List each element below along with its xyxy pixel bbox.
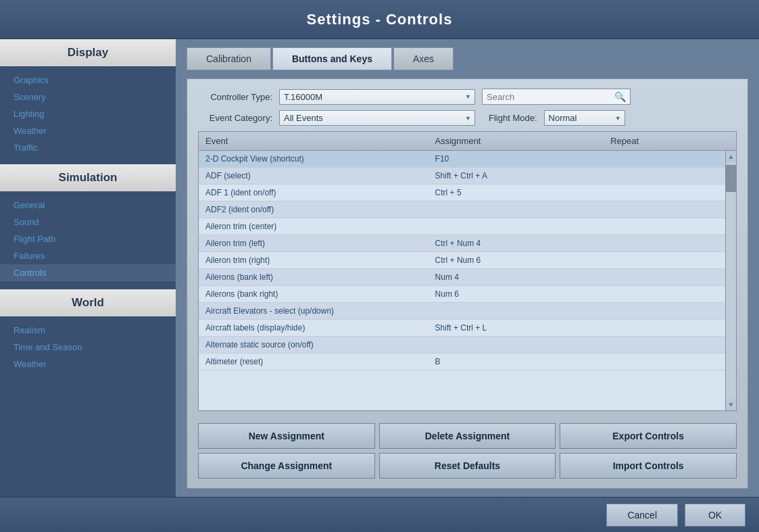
tab-buttons-and-keys[interactable]: Buttons and Keys bbox=[272, 47, 392, 70]
cell-repeat bbox=[604, 218, 725, 235]
sidebar-items-simulation: General Sound Flight Path Failures Contr… bbox=[0, 194, 176, 289]
sidebar-item-time-and-season[interactable]: Time and Season bbox=[0, 339, 176, 356]
settings-panel: Controller Type: T.16000M Keyboard Xbox … bbox=[187, 78, 748, 489]
cell-event: Alternate static source (on/off) bbox=[199, 337, 429, 353]
event-category-row: Event Category: All Events Camera Engine… bbox=[198, 110, 737, 126]
sidebar-item-flight-path[interactable]: Flight Path bbox=[0, 231, 176, 247]
sidebar: Display Graphics Scenery Lighting Weathe… bbox=[0, 39, 176, 497]
table-row[interactable]: ADF (select) Shift + Ctrl + A bbox=[199, 168, 725, 185]
cell-assignment bbox=[429, 303, 604, 319]
search-input[interactable] bbox=[487, 92, 614, 102]
event-category-select[interactable]: All Events Camera Engine bbox=[279, 110, 475, 126]
table-scrollbar[interactable]: ▲ ▼ bbox=[725, 151, 736, 410]
controller-type-select[interactable]: T.16000M Keyboard Xbox Controller bbox=[279, 89, 475, 105]
table-row[interactable]: ADF 1 (ident on/off) Ctrl + 5 bbox=[199, 185, 725, 201]
sidebar-item-weather-world[interactable]: Weather bbox=[0, 356, 176, 372]
cell-assignment: F10 bbox=[429, 151, 604, 167]
cell-event: Aircraft labels (display/hide) bbox=[199, 320, 429, 336]
table-row[interactable]: 2-D Cockpit View (shortcut) F10 bbox=[199, 151, 725, 168]
cell-event: 2-D Cockpit View (shortcut) bbox=[199, 151, 429, 167]
cell-repeat bbox=[604, 252, 725, 268]
cell-repeat bbox=[604, 354, 725, 370]
delete-assignment-button[interactable]: Delete Assignment bbox=[379, 423, 556, 449]
scroll-thumb[interactable] bbox=[726, 165, 736, 192]
import-controls-button[interactable]: Import Controls bbox=[560, 453, 737, 479]
tab-bar: Calibration Buttons and Keys Axes bbox=[187, 47, 748, 70]
cell-assignment: Ctrl + 5 bbox=[429, 185, 604, 201]
sidebar-item-graphics[interactable]: Graphics bbox=[0, 72, 176, 89]
table-row[interactable]: Ailerons (bank right) Num 6 bbox=[199, 286, 725, 303]
cell-assignment: Ctrl + Num 6 bbox=[429, 252, 604, 268]
sidebar-section-display: Display Graphics Scenery Lighting Weathe… bbox=[0, 39, 176, 164]
table-row[interactable]: Aircraft labels (display/hide) Shift + C… bbox=[199, 320, 725, 337]
scroll-header-spacer bbox=[725, 132, 736, 150]
table-row[interactable]: Aileron trim (left) Ctrl + Num 4 bbox=[199, 235, 725, 252]
ok-button[interactable]: OK bbox=[685, 504, 745, 527]
search-box[interactable]: 🔍 bbox=[482, 89, 631, 105]
scroll-down-arrow[interactable]: ▼ bbox=[726, 399, 736, 410]
table-row[interactable]: Aileron trim (center) bbox=[199, 218, 725, 235]
new-assignment-button[interactable]: New Assignment bbox=[198, 423, 375, 449]
change-assignment-button[interactable]: Change Assignment bbox=[198, 453, 375, 479]
cell-assignment bbox=[429, 218, 604, 235]
cell-event: ADF 1 (ident on/off) bbox=[199, 185, 429, 201]
cell-event: Aileron trim (center) bbox=[199, 218, 429, 235]
action-buttons: New Assignment Delete Assignment Export … bbox=[198, 423, 737, 479]
sidebar-item-lighting[interactable]: Lighting bbox=[0, 105, 176, 122]
cancel-button[interactable]: Cancel bbox=[606, 504, 678, 527]
col-header-repeat: Repeat bbox=[604, 132, 725, 150]
cell-repeat bbox=[604, 185, 725, 201]
sidebar-item-general[interactable]: General bbox=[0, 197, 176, 214]
cell-assignment: Ctrl + Num 4 bbox=[429, 235, 604, 251]
event-category-label: Event Category: bbox=[198, 113, 272, 123]
sidebar-header-display: Display bbox=[0, 39, 176, 66]
main-layout: Display Graphics Scenery Lighting Weathe… bbox=[0, 39, 759, 497]
event-category-wrapper: All Events Camera Engine bbox=[279, 110, 475, 126]
sidebar-item-traffic[interactable]: Traffic bbox=[0, 139, 176, 156]
sidebar-item-scenery[interactable]: Scenery bbox=[0, 89, 176, 105]
cell-repeat bbox=[604, 303, 725, 319]
flight-mode-label: Flight Mode: bbox=[489, 113, 537, 123]
sidebar-item-weather-display[interactable]: Weather bbox=[0, 122, 176, 139]
tab-axes[interactable]: Axes bbox=[393, 47, 454, 70]
sidebar-section-simulation: Simulation General Sound Flight Path Fai… bbox=[0, 164, 176, 289]
sidebar-item-failures[interactable]: Failures bbox=[0, 247, 176, 264]
table-row[interactable]: Altimeter (reset) B bbox=[199, 354, 725, 370]
sidebar-item-controls[interactable]: Controls bbox=[0, 264, 176, 281]
table-row[interactable]: Alternate static source (on/off) bbox=[199, 337, 725, 354]
cell-assignment bbox=[429, 337, 604, 353]
table-row[interactable]: ADF2 (ident on/off) bbox=[199, 201, 725, 218]
cell-assignment bbox=[429, 201, 604, 218]
sidebar-items-display: Graphics Scenery Lighting Weather Traffi… bbox=[0, 69, 176, 164]
table-row[interactable]: Ailerons (bank left) Num 4 bbox=[199, 269, 725, 286]
cell-event: Ailerons (bank right) bbox=[199, 286, 429, 302]
controller-type-wrapper: T.16000M Keyboard Xbox Controller bbox=[279, 89, 475, 105]
sidebar-header-world: World bbox=[0, 289, 176, 316]
tab-calibration[interactable]: Calibration bbox=[187, 47, 271, 70]
scroll-up-arrow[interactable]: ▲ bbox=[726, 151, 736, 162]
table-row[interactable]: Aileron trim (right) Ctrl + Num 6 bbox=[199, 252, 725, 269]
search-icon: 🔍 bbox=[614, 91, 626, 102]
sidebar-item-realism[interactable]: Realism bbox=[0, 322, 176, 339]
cell-repeat bbox=[604, 269, 725, 285]
sidebar-item-sound[interactable]: Sound bbox=[0, 214, 176, 231]
reset-defaults-button[interactable]: Reset Defaults bbox=[379, 453, 556, 479]
table-row[interactable]: Aircraft Elevators - select (up/down) bbox=[199, 303, 725, 320]
sidebar-header-simulation: Simulation bbox=[0, 164, 176, 191]
cell-event: Ailerons (bank left) bbox=[199, 269, 429, 285]
export-controls-button[interactable]: Export Controls bbox=[560, 423, 737, 449]
content-area: Calibration Buttons and Keys Axes Contro… bbox=[176, 39, 759, 497]
cell-repeat bbox=[604, 168, 725, 184]
cell-repeat bbox=[604, 201, 725, 218]
cell-assignment: Shift + Ctrl + L bbox=[429, 320, 604, 336]
title-bar: Settings - Controls bbox=[0, 0, 759, 39]
cell-repeat bbox=[604, 286, 725, 302]
sidebar-section-world: World Realism Time and Season Weather bbox=[0, 289, 176, 381]
flight-mode-select[interactable]: Normal Easy Hard bbox=[544, 110, 625, 126]
cell-event: Altimeter (reset) bbox=[199, 354, 429, 370]
col-header-event: Event bbox=[199, 132, 429, 150]
cell-assignment: Shift + Ctrl + A bbox=[429, 168, 604, 184]
cell-repeat bbox=[604, 151, 725, 167]
table-header: Event Assignment Repeat bbox=[199, 132, 736, 151]
cell-repeat bbox=[604, 235, 725, 251]
